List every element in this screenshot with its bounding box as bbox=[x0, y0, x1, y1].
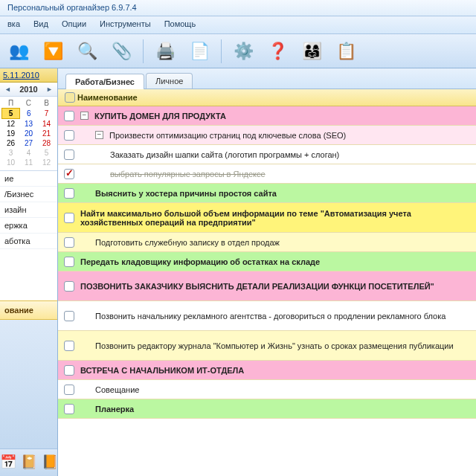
menu-item[interactable]: Инструменты bbox=[100, 19, 151, 30]
expand-icon[interactable]: − bbox=[95, 131, 103, 139]
sidebar-item[interactable]: изайн bbox=[0, 202, 57, 218]
task-checkbox[interactable] bbox=[64, 169, 74, 179]
content-area: Работа/БизнесЛичное Наименование −КУПИТЬ… bbox=[58, 68, 476, 476]
task-text: Произвести оптимизацию страниц под ключе… bbox=[106, 131, 473, 140]
expand-icon[interactable]: − bbox=[80, 112, 89, 120]
task-checkbox[interactable] bbox=[64, 111, 74, 121]
clip-icon[interactable]: 📎 bbox=[109, 39, 134, 64]
calendar-day[interactable]: 21 bbox=[38, 129, 56, 138]
task-text: Позвонить начальнику рекламного агентств… bbox=[92, 312, 473, 321]
prev-month[interactable]: ◄ bbox=[4, 86, 11, 93]
task-row[interactable]: Позвонить начальнику рекламного агентств… bbox=[58, 301, 476, 331]
settings-icon[interactable]: ⚙️ bbox=[231, 39, 256, 64]
calendar-day[interactable]: 12 bbox=[2, 119, 20, 129]
task-text: Выяснить у хостера причины простоя сайта bbox=[92, 189, 473, 198]
calendar-day[interactable]: 13 bbox=[20, 119, 38, 129]
calendar-day[interactable]: 14 bbox=[38, 119, 56, 129]
task-checkbox[interactable] bbox=[64, 188, 74, 199]
preview-icon[interactable]: 📄 bbox=[187, 39, 212, 64]
tab[interactable]: Личное bbox=[146, 73, 193, 89]
task-checkbox[interactable] bbox=[64, 130, 74, 141]
task-row[interactable]: ПОЗВОНИТЬ ЗАКАЗЧИКУ ВЫЯСНИТЬ ДЕТАЛИ РЕАЛ… bbox=[58, 271, 476, 301]
task-checkbox[interactable] bbox=[64, 385, 74, 395]
sidebar-item[interactable]: ержка bbox=[0, 218, 57, 234]
sidebar-item[interactable]: ие bbox=[0, 171, 57, 187]
task-checkbox[interactable] bbox=[64, 341, 74, 351]
task-checkbox[interactable] bbox=[64, 311, 74, 321]
calendar-icon[interactable]: 📅 bbox=[0, 454, 16, 470]
calendar-day[interactable]: 26 bbox=[2, 138, 20, 148]
calendar-day[interactable]: 19 bbox=[2, 129, 20, 138]
header-label: Наименование bbox=[77, 93, 138, 102]
task-checkbox[interactable] bbox=[64, 149, 74, 160]
task-text: КУПИТЬ ДОМЕН ДЛЯ ПРОДУКТА bbox=[91, 112, 473, 120]
task-text: Заказать дизайн шапки сайта (логотип про… bbox=[107, 150, 473, 159]
task-checkbox[interactable] bbox=[64, 237, 74, 248]
next-month[interactable]: ► bbox=[46, 86, 53, 93]
menu-item[interactable]: Опции bbox=[62, 19, 86, 30]
find-icon[interactable]: 🔍 bbox=[74, 39, 100, 64]
calendar-day[interactable]: 3 bbox=[2, 148, 20, 158]
task-checkbox[interactable] bbox=[64, 257, 74, 267]
task-checkbox[interactable] bbox=[64, 281, 74, 292]
task-text: выбрать популярные запросы в Яндексе bbox=[107, 170, 473, 178]
month-nav: ◄ 2010 ► bbox=[0, 83, 57, 97]
task-row[interactable]: Выяснить у хостера причины простоя сайта bbox=[58, 184, 476, 203]
task-list: −КУПИТЬ ДОМЕН ДЛЯ ПРОДУКТА−Произвести оп… bbox=[58, 106, 476, 476]
calendar-day[interactable]: 4 bbox=[20, 148, 38, 158]
calendar-day[interactable]: 7 bbox=[38, 109, 56, 119]
contacts-icon[interactable]: 📙 bbox=[42, 454, 58, 470]
calendar-day[interactable]: 27 bbox=[20, 138, 38, 148]
task-row[interactable]: Подготовить служебную записку в отдел пр… bbox=[58, 233, 476, 252]
calendar[interactable]: ПСВ567121314192021262728345101112 bbox=[0, 97, 57, 171]
calendar-day[interactable]: 11 bbox=[20, 158, 38, 167]
task-row[interactable]: Совещание bbox=[58, 380, 476, 399]
task-row[interactable]: Позвонить редактору журнала "Компьютер и… bbox=[58, 331, 476, 361]
people-icon[interactable]: 👥 bbox=[6, 39, 31, 64]
sidebar-bottom-nav: 📅📔📙 bbox=[0, 448, 57, 476]
calendar-day[interactable]: 6 bbox=[20, 109, 38, 119]
calendar-day[interactable]: 28 bbox=[38, 138, 56, 148]
note-icon[interactable]: 📋 bbox=[333, 39, 358, 64]
task-text: Позвонить редактору журнала "Компьютер и… bbox=[92, 341, 473, 350]
tab[interactable]: Работа/Бизнес bbox=[65, 74, 144, 89]
task-text: ВСТРЕЧА С НАЧАЛЬНИКОМ ИТ-ОТДЕЛА bbox=[77, 366, 473, 375]
task-row[interactable]: ВСТРЕЧА С НАЧАЛЬНИКОМ ИТ-ОТДЕЛА bbox=[58, 361, 476, 380]
calendar-day[interactable]: 10 bbox=[2, 158, 20, 167]
task-text: ПОЗВОНИТЬ ЗАКАЗЧИКУ ВЫЯСНИТЬ ДЕТАЛИ РЕАЛ… bbox=[77, 282, 473, 291]
task-row[interactable]: −Произвести оптимизацию страниц под ключ… bbox=[58, 126, 476, 145]
menu-item[interactable]: Вид bbox=[33, 19, 48, 30]
filter-icon[interactable]: 🔽 bbox=[40, 39, 65, 64]
task-text: Найти максимально большой объем информац… bbox=[77, 209, 473, 227]
task-row[interactable]: Найти максимально большой объем информац… bbox=[58, 203, 476, 233]
calendar-day[interactable]: 5 bbox=[2, 109, 20, 119]
help-icon[interactable]: ❓ bbox=[265, 39, 290, 64]
sidebar-item[interactable]: аботка bbox=[0, 234, 57, 249]
tasks-icon[interactable]: 📔 bbox=[21, 454, 37, 470]
sidebar-folder[interactable]: ование bbox=[0, 300, 57, 320]
task-text: Совещание bbox=[92, 385, 473, 394]
calendar-day[interactable]: 20 bbox=[20, 129, 38, 138]
task-text: Передать кладовщику информацию об остатк… bbox=[77, 257, 473, 266]
calendar-day[interactable]: 12 bbox=[38, 158, 56, 167]
window-title: Персональный органайзер 6.9.7.4 bbox=[0, 0, 476, 16]
task-checkbox[interactable] bbox=[64, 404, 74, 414]
print-icon[interactable]: 🖨️ bbox=[152, 39, 178, 64]
task-row[interactable]: выбрать популярные запросы в Яндексе bbox=[58, 164, 476, 184]
month-label: 2010 bbox=[19, 85, 37, 94]
task-row[interactable]: Заказать дизайн шапки сайта (логотип про… bbox=[58, 145, 476, 164]
task-row[interactable]: Передать кладовщику информацию об остатк… bbox=[58, 252, 476, 271]
task-checkbox[interactable] bbox=[64, 365, 74, 376]
task-checkbox[interactable] bbox=[64, 213, 74, 223]
task-row[interactable]: −КУПИТЬ ДОМЕН ДЛЯ ПРОДУКТА bbox=[58, 106, 476, 126]
date-link[interactable]: 5.11.2010 bbox=[0, 68, 57, 83]
menu-item[interactable]: вка bbox=[7, 19, 20, 30]
users-icon[interactable]: 👨‍👩‍👧 bbox=[299, 39, 324, 64]
task-text: Планерка bbox=[92, 405, 473, 414]
calendar-day[interactable]: 5 bbox=[38, 148, 56, 158]
sidebar-item[interactable]: /Бизнес bbox=[0, 187, 57, 202]
menu-item[interactable]: Помощь bbox=[164, 19, 196, 30]
task-row[interactable]: Планерка bbox=[58, 399, 476, 419]
sidebar: 5.11.2010 ◄ 2010 ► ПСВ567121314192021262… bbox=[0, 68, 58, 476]
column-header[interactable]: Наименование bbox=[58, 89, 476, 106]
